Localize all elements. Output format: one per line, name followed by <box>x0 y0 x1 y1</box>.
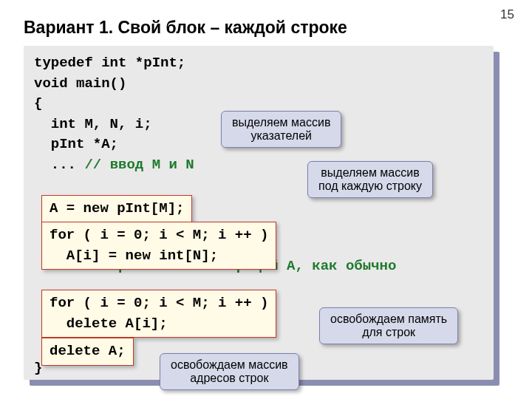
code-line: void main() <box>34 75 126 92</box>
callout-alloc-rows: выделяем массив под каждую строку <box>307 161 433 198</box>
code-line: typedef int *pInt; <box>34 55 185 71</box>
code-line: int M, N, i; <box>34 116 152 132</box>
callout-line: выделяем массив <box>232 116 330 129</box>
code-line: pInt *A; <box>34 136 118 152</box>
callout-line: указателей <box>232 129 330 143</box>
callout-line: под каждую строку <box>318 180 422 193</box>
code-line: { <box>34 95 42 112</box>
highlight-alloc-rows: for ( i = 0; i < M; i ++ ) A[i] = new in… <box>41 222 276 270</box>
callout-line: выделяем массив <box>318 166 422 180</box>
callout-line: адресов строк <box>171 372 288 385</box>
code-line: ... <box>34 157 84 173</box>
code-comment: // ввод M и N <box>84 157 194 173</box>
callout-alloc-pointers: выделяем массив указателей <box>221 111 341 148</box>
callout-free-a: освобождаем массив адресов строк <box>160 353 299 390</box>
highlight-alloc-pointers: A = new pInt[M]; <box>41 195 192 223</box>
highlight-free-a: delete A; <box>41 338 134 366</box>
callout-free-rows: освобождаем память для строк <box>319 307 458 344</box>
callout-line: освобождаем массив <box>171 358 288 372</box>
slide-title: Вариант 1. Свой блок – каждой строке <box>24 18 347 38</box>
highlight-free-rows: for ( i = 0; i < M; i ++ ) delete A[i]; <box>41 290 276 338</box>
callout-line: для строк <box>330 326 447 339</box>
page-number: 15 <box>500 7 514 22</box>
callout-line: освобождаем память <box>330 313 447 326</box>
